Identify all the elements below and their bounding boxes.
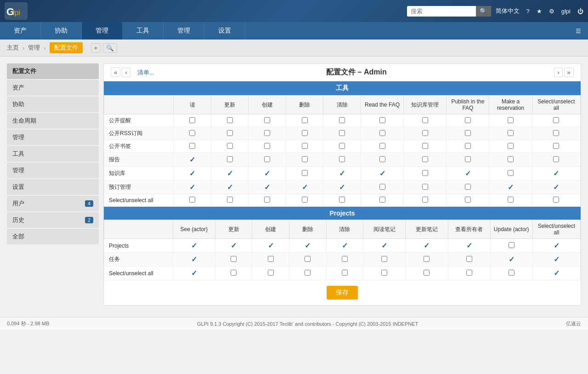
sidebar-item-users[interactable]: 用户 4 <box>7 196 99 211</box>
tools-cell-6-7[interactable] <box>447 194 489 207</box>
checkbox-input[interactable] <box>189 197 195 203</box>
checkbox-input[interactable] <box>268 270 274 276</box>
proj-cell-2-0[interactable]: ✓ <box>173 266 215 280</box>
checkbox-input[interactable] <box>231 256 237 262</box>
breadcrumb-home[interactable]: 主页 <box>7 44 19 52</box>
checkbox-input[interactable] <box>227 197 233 203</box>
proj-cell-1-4[interactable] <box>326 253 363 266</box>
proj-cell-1-0[interactable]: ✓ <box>173 253 215 266</box>
tools-cell-6-2[interactable] <box>249 194 286 207</box>
checkbox-input[interactable] <box>302 156 308 162</box>
proj-cell-0-9[interactable]: ✓ <box>532 239 580 253</box>
proj-cell-2-2[interactable] <box>252 266 289 280</box>
tools-cell-1-3[interactable] <box>286 127 323 140</box>
search-button[interactable]: 🔍 <box>476 6 491 17</box>
tools-cell-5-1[interactable]: ✓ <box>211 181 249 194</box>
tools-cell-3-7[interactable] <box>447 153 489 167</box>
breadcrumb-manage[interactable]: 管理 <box>28 44 40 52</box>
tools-cell-2-1[interactable] <box>211 140 249 153</box>
proj-cell-1-3[interactable] <box>289 253 327 266</box>
tools-cell-3-6[interactable] <box>404 153 447 167</box>
checkbox-input[interactable] <box>379 197 385 203</box>
checkbox-input[interactable] <box>305 256 311 262</box>
proj-cell-1-6[interactable] <box>406 253 448 266</box>
checkbox-input[interactable] <box>508 156 514 162</box>
checkbox-input[interactable] <box>381 256 387 262</box>
proj-cell-0-2[interactable]: ✓ <box>252 239 289 253</box>
checkbox-input[interactable] <box>422 184 428 190</box>
checkbox-input[interactable] <box>508 117 514 123</box>
sidebar-item-assets[interactable]: 资产 <box>7 80 99 96</box>
power-icon[interactable]: ⏻ <box>577 8 583 15</box>
tools-cell-1-8[interactable] <box>489 127 532 140</box>
proj-cell-2-5[interactable] <box>363 266 406 280</box>
nav-item-assets[interactable]: 资产 <box>0 22 41 40</box>
proj-cell-1-9[interactable]: ✓ <box>532 253 580 266</box>
sidebar-item-manage2[interactable]: 管理 <box>7 163 99 178</box>
tools-cell-1-4[interactable] <box>323 127 361 140</box>
next-page-button[interactable]: › <box>554 68 562 77</box>
checkbox-input[interactable] <box>381 270 387 276</box>
tools-cell-4-2[interactable]: ✓ <box>249 167 286 181</box>
checkbox-input[interactable] <box>264 143 270 149</box>
checkbox-input[interactable] <box>302 197 308 203</box>
tools-cell-4-4[interactable]: ✓ <box>323 167 361 181</box>
checkbox-input[interactable] <box>189 143 195 149</box>
tools-cell-3-2[interactable] <box>249 153 286 167</box>
checkbox-input[interactable] <box>379 143 385 149</box>
checkbox-input[interactable] <box>231 270 237 276</box>
tools-cell-6-5[interactable] <box>361 194 403 207</box>
tools-cell-5-5[interactable] <box>361 181 403 194</box>
nav-item-settings[interactable]: 设置 <box>204 22 245 40</box>
tools-cell-3-4[interactable] <box>323 153 361 167</box>
hamburger-menu[interactable]: ☰ <box>569 22 588 40</box>
settings-icon[interactable]: ⚙ <box>549 8 554 15</box>
help-icon[interactable]: ? <box>526 8 530 15</box>
tools-cell-6-1[interactable] <box>211 194 249 207</box>
proj-cell-0-3[interactable]: ✓ <box>289 239 327 253</box>
checkbox-input[interactable] <box>302 130 308 136</box>
tools-cell-6-6[interactable] <box>404 194 447 207</box>
proj-cell-2-9[interactable]: ✓ <box>532 266 580 280</box>
lang-button[interactable]: 简体中文 <box>496 7 520 15</box>
checkbox-input[interactable] <box>342 270 348 276</box>
proj-cell-0-5[interactable]: ✓ <box>363 239 406 253</box>
tools-cell-0-6[interactable] <box>404 114 447 127</box>
tools-cell-2-9[interactable] <box>532 140 580 153</box>
checkbox-input[interactable] <box>342 256 348 262</box>
checkbox-input[interactable] <box>302 117 308 123</box>
proj-cell-0-0[interactable]: ✓ <box>173 239 215 253</box>
user-label[interactable]: glpi <box>561 8 571 15</box>
sidebar-item-history[interactable]: 历史 2 <box>7 212 99 228</box>
tools-cell-5-4[interactable]: ✓ <box>323 181 361 194</box>
tools-cell-5-2[interactable]: ✓ <box>249 181 286 194</box>
tools-cell-0-4[interactable] <box>323 114 361 127</box>
checkbox-input[interactable] <box>465 197 471 203</box>
sidebar-item-all[interactable]: 全部 <box>7 229 99 244</box>
tools-cell-2-7[interactable] <box>447 140 489 153</box>
tools-cell-3-5[interactable] <box>361 153 403 167</box>
checkbox-input[interactable] <box>264 156 270 162</box>
proj-cell-0-8[interactable] <box>490 239 532 253</box>
tools-cell-2-2[interactable] <box>249 140 286 153</box>
tools-cell-4-8[interactable] <box>489 167 532 181</box>
checkbox-input[interactable] <box>305 270 311 276</box>
proj-cell-2-3[interactable] <box>289 266 327 280</box>
sidebar-item-manage[interactable]: 管理 <box>7 130 99 145</box>
checkbox-input[interactable] <box>553 117 559 123</box>
checkbox-input[interactable] <box>465 156 471 162</box>
proj-cell-2-4[interactable] <box>326 266 363 280</box>
tools-cell-4-5[interactable]: ✓ <box>361 167 403 181</box>
checkbox-input[interactable] <box>466 270 472 276</box>
tools-cell-0-2[interactable] <box>249 114 286 127</box>
tools-cell-6-3[interactable] <box>286 194 323 207</box>
proj-cell-2-8[interactable] <box>490 266 532 280</box>
tools-cell-3-9[interactable] <box>532 153 580 167</box>
tools-cell-2-6[interactable] <box>404 140 447 153</box>
tools-cell-6-0[interactable] <box>174 194 211 207</box>
proj-cell-2-7[interactable] <box>448 266 490 280</box>
checkbox-input[interactable] <box>465 117 471 123</box>
tools-cell-6-4[interactable] <box>323 194 361 207</box>
checkbox-input[interactable] <box>189 117 195 123</box>
first-page-button[interactable]: « <box>111 68 120 77</box>
